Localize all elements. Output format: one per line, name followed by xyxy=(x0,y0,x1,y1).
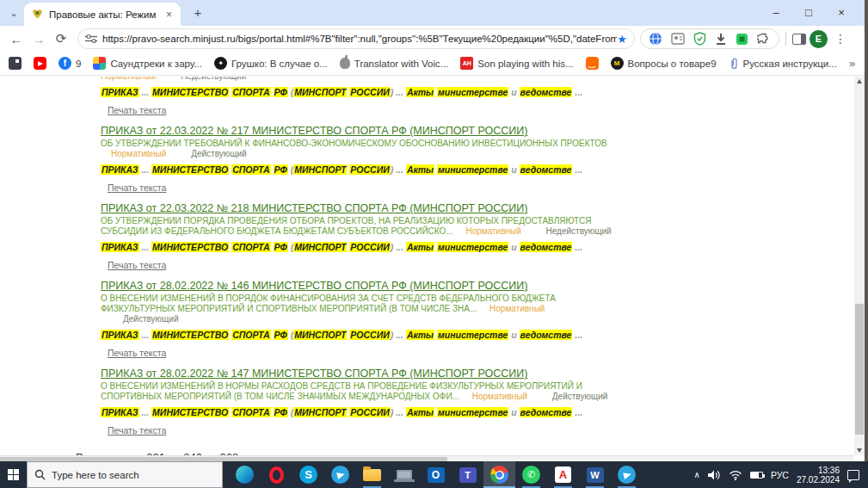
print-text-link[interactable]: Печать текста xyxy=(108,348,166,358)
result-title-link[interactable]: ПРИКАЗ от 28.02.2022 № 146 МИНИСТЕРСТВО … xyxy=(101,280,527,293)
toolbar-divider xyxy=(785,32,786,46)
menu-dots-icon[interactable]: ⋮ xyxy=(834,32,846,46)
battery-icon[interactable] xyxy=(750,472,763,479)
active-tab[interactable]: Правовые акты: Режим поиск × xyxy=(24,3,181,26)
scroll-down-arrow-icon[interactable] xyxy=(857,448,862,453)
telegram-icon xyxy=(618,466,636,484)
bookmark-item[interactable]: Translator with Voic... xyxy=(340,58,449,69)
bookmark-item[interactable]: MВопросы о товаре9 xyxy=(611,57,717,70)
facebook-icon: f xyxy=(58,57,71,70)
extensions-puzzle-icon[interactable] xyxy=(757,32,771,46)
taskbar-teams[interactable]: T xyxy=(452,461,483,488)
bookmark-item[interactable]: ‿ xyxy=(586,57,599,70)
result-entry-clipped: Нормативный Недействующий ПРИКАЗ ... МИН… xyxy=(76,77,618,117)
result-title-link[interactable]: ПРИКАЗ от 22.03.2022 № 218 МИНИСТЕРСТВО … xyxy=(101,202,527,215)
speaker-icon[interactable] xyxy=(708,470,721,480)
result-subtitle: О ВНЕСЕНИИ ИЗМЕНЕНИЙ В ПОРЯДОК ФИНАНСИРО… xyxy=(101,293,556,313)
side-panel-icon[interactable] xyxy=(792,34,806,45)
youtube-icon xyxy=(34,57,46,70)
taskbar-file-explorer[interactable] xyxy=(356,461,388,488)
act-status-label: Действующий xyxy=(123,314,179,324)
vertical-scrollbar[interactable] xyxy=(854,77,865,455)
bookmark-item[interactable]: AHSon playing with his... xyxy=(460,57,573,70)
acrobat-icon: A xyxy=(555,466,571,483)
result-title-link[interactable]: ПРИКАЗ от 22.03.2022 № 217 МИНИСТЕРСТВО … xyxy=(101,125,527,138)
wifi-icon[interactable] xyxy=(729,470,742,480)
act-status-label: Действующий xyxy=(552,392,608,401)
download-extension-icon[interactable] xyxy=(715,33,727,46)
bookmarks-bar: f9 Саундтреки к зару... ✦Грушко: В случа… xyxy=(0,52,868,76)
print-text-link[interactable]: Печать текста xyxy=(108,182,166,193)
result-entry: ПРИКАЗ от 28.02.2022 № 146 МИНИСТЕРСТВО … xyxy=(76,277,618,360)
act-type-label: Нормативный xyxy=(111,149,166,158)
forward-icon[interactable]: → xyxy=(28,32,50,46)
tab-close-icon[interactable]: × xyxy=(164,9,174,21)
browser-window: ⌄ Правовые акты: Режим поиск × + – □ × ←… xyxy=(0,0,868,488)
tray-time: 13:36 xyxy=(797,466,840,475)
action-center-icon[interactable] xyxy=(847,470,859,480)
result-snippet: ПРИКАЗ ... МИНИСТЕРСТВО СПОРТА РФ (МИНСП… xyxy=(101,329,618,341)
taskbar: Type here to search S O T ✆ A W ∧ РУС 13… xyxy=(0,461,868,488)
result-entry: ПРИКАЗ от 22.03.2022 № 218 МИНИСТЕРСТВО … xyxy=(76,200,618,272)
taskbar-chrome[interactable] xyxy=(483,461,515,488)
green-square-extension-icon[interactable] xyxy=(736,33,748,46)
bookmark-item[interactable] xyxy=(9,57,22,70)
apple-icon xyxy=(340,58,350,69)
maximize-button[interactable]: □ xyxy=(792,0,825,26)
telegram-icon xyxy=(331,466,349,484)
tab-search-chevron-icon[interactable]: ⌄ xyxy=(7,6,21,20)
bookmark-star-icon[interactable]: ★ xyxy=(617,33,627,46)
laptop-icon xyxy=(397,470,412,479)
minimize-button[interactable]: – xyxy=(760,0,792,26)
tune-icon xyxy=(85,34,97,44)
language-indicator[interactable]: РУС xyxy=(771,470,789,480)
taskbar-whatsapp[interactable]: ✆ xyxy=(515,461,547,488)
bookmarks-overflow-chevron[interactable]: » xyxy=(849,57,855,70)
skype-icon: S xyxy=(299,466,317,484)
taskbar-search-box[interactable]: Type here to search xyxy=(27,461,223,488)
badge-extension-icon[interactable] xyxy=(671,33,685,45)
taskbar-telegram-2[interactable] xyxy=(611,461,643,488)
print-text-link[interactable]: Печать текста xyxy=(108,260,166,270)
back-icon[interactable]: ← xyxy=(5,32,28,46)
globe-extension-icon[interactable] xyxy=(649,32,662,46)
bookmark-item[interactable]: f9 xyxy=(58,57,81,70)
market-icon: M xyxy=(611,57,624,70)
scroll-up-arrow-icon[interactable] xyxy=(857,79,862,83)
result-entry: ПРИКАЗ от 28.02.2022 № 147 МИНИСТЕРСТВО … xyxy=(76,365,618,437)
taskbar-acrobat[interactable]: A xyxy=(547,461,579,488)
vertical-scrollbar-thumb[interactable] xyxy=(855,304,864,435)
tray-chevron-icon[interactable]: ∧ xyxy=(694,470,700,479)
start-button[interactable] xyxy=(0,461,27,488)
reload-icon[interactable]: ⟳ xyxy=(50,31,72,46)
taskbar-edge[interactable] xyxy=(229,461,261,488)
ah-icon: AH xyxy=(460,57,473,70)
bookmark-item[interactable]: ✦Грушко: В случае о... xyxy=(214,57,328,70)
print-text-link[interactable]: Печать текста xyxy=(108,425,166,435)
taskbar-word[interactable]: W xyxy=(579,461,611,488)
result-snippet: ПРИКАЗ ... МИНИСТЕРСТВО СПОРТА РФ (МИНСП… xyxy=(101,164,618,176)
close-button[interactable]: × xyxy=(825,0,858,26)
taskbar-opera[interactable] xyxy=(261,461,292,488)
result-title-link[interactable]: ПРИКАЗ от 28.02.2022 № 147 МИНИСТЕРСТВО … xyxy=(101,368,527,380)
url-text[interactable]: https://pravo-search.minjust.ru/bigs/por… xyxy=(102,34,617,44)
taskbar-skype[interactable]: S xyxy=(292,461,324,488)
taskbar-outlook[interactable]: O xyxy=(420,461,452,488)
result-snippet: ПРИКАЗ ... МИНИСТЕРСТВО СПОРТА РФ (МИНСП… xyxy=(101,241,618,253)
whatsapp-icon: ✆ xyxy=(522,466,540,484)
bookmark-item[interactable]: Саундтреки к зару... xyxy=(93,57,202,70)
profile-avatar[interactable]: E xyxy=(810,30,828,48)
bookmark-item[interactable] xyxy=(34,57,46,70)
shield-check-extension-icon[interactable] xyxy=(693,32,706,46)
taskbar-pc[interactable] xyxy=(388,461,420,488)
search-icon xyxy=(34,469,46,480)
taskbar-telegram[interactable] xyxy=(324,461,356,488)
address-bar[interactable]: https://pravo-search.minjust.ru/bigs/por… xyxy=(77,28,635,49)
horizontal-scrollbar[interactable] xyxy=(0,455,854,461)
teams-icon: T xyxy=(459,467,477,483)
clock[interactable]: 13:36 27.02.2024 xyxy=(797,466,840,485)
print-text-link[interactable]: Печать текста xyxy=(108,105,166,115)
new-tab-button[interactable]: + xyxy=(189,4,206,22)
bookmark-item[interactable]: Русская инструкци... xyxy=(729,58,837,70)
result-subtitle: ОБ УТВЕРЖДЕНИИ ТРЕБОВАНИЙ К ФИНАНСОВО-ЭК… xyxy=(101,139,607,148)
